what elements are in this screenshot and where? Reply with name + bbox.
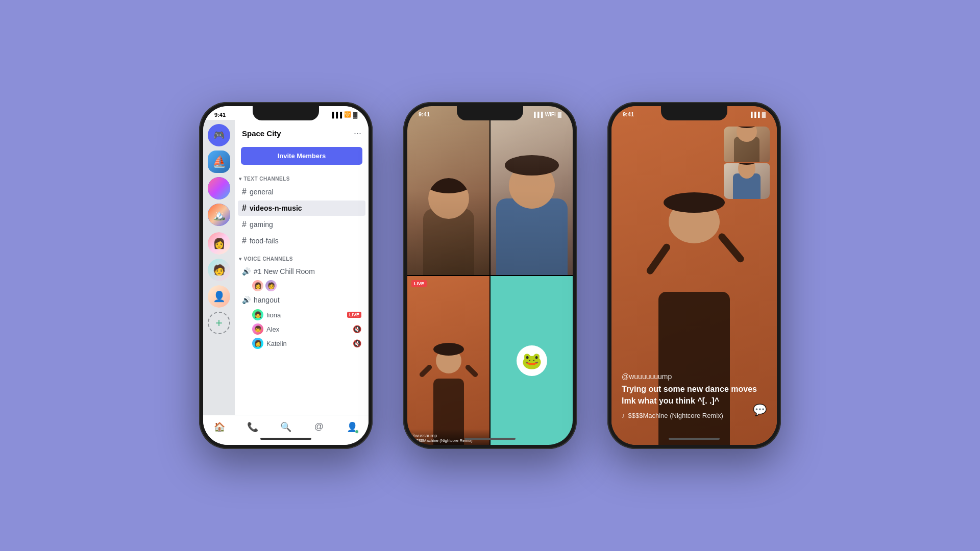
phone-1: 9:41 ▐▐▐ 🛜 ▓ 🎮: [199, 102, 373, 449]
voice-channel-1-members: 👩 🧑: [238, 279, 365, 292]
discord-body: 🎮 ⛵ 🏔️: [203, 120, 369, 415]
main-arm-right: [717, 232, 746, 264]
status-icons-1: ▐▐▐ 🛜 ▓: [330, 111, 357, 118]
pip-cell-2[interactable]: [724, 163, 770, 199]
voice-channel-chill-room[interactable]: 🔊 #1 New Chill Room: [238, 264, 365, 279]
music-icon: ♪: [410, 438, 412, 443]
bottom-tab-bar: 🏠 📞 🔍 @ 👤: [203, 415, 369, 445]
main-hair: [664, 192, 725, 213]
more-options-button[interactable]: ···: [354, 128, 361, 139]
sidebar-avatar-face-2: 🧑: [208, 259, 230, 281]
arm-right: [464, 364, 478, 378]
voice-channels-header[interactable]: VOICE CHANNELS: [235, 249, 369, 264]
text-channels-header[interactable]: TEXT CHANNELS: [235, 169, 369, 184]
main-head: [669, 200, 720, 243]
pip-container: [724, 127, 770, 199]
hash-icon-general: #: [242, 187, 247, 196]
tab-search[interactable]: 🔍: [270, 419, 303, 435]
voice-channel-name-2: hangout: [254, 296, 280, 304]
main-body: [658, 292, 730, 445]
sidebar-avatar-3[interactable]: 👤: [208, 285, 230, 308]
status-icons-2: ▐▐▐ WiFi ▓: [532, 112, 561, 117]
sidebar-avatar-1[interactable]: 👩: [208, 232, 230, 255]
sidebar-avatar-2[interactable]: 🧑: [208, 259, 230, 281]
hash-icon-videos: #: [242, 204, 247, 213]
overlay-2: [491, 106, 573, 275]
server-sidebar: 🎮 ⛵ 🏔️: [203, 120, 235, 415]
pip-cell-1[interactable]: [724, 127, 770, 162]
add-server-button[interactable]: +: [208, 312, 230, 334]
frog-emoji: 🐸: [522, 351, 542, 370]
voice-channel-hangout[interactable]: 🔊 hangout: [238, 293, 365, 307]
channel-food-fails[interactable]: # food-fails: [238, 233, 365, 248]
phone-3-screen: 9:41 ▐▐▐ ▓: [611, 106, 777, 445]
sailboat-icon: ⛵: [212, 155, 226, 168]
channel-general[interactable]: # general: [238, 184, 365, 199]
phone-3-notch: [661, 106, 727, 120]
vc1-member-avatar-1: 👩: [252, 280, 263, 291]
video-caption-3: @wussaump ♪ $$$$Machine (Nightcore Remix…: [407, 429, 489, 445]
arm-left: [418, 364, 432, 378]
home-tab-icon: 🏠: [214, 421, 225, 433]
wifi-icon: 🛜: [344, 111, 351, 118]
music-note-icon: ♪: [622, 412, 625, 419]
channel-name-food: food-fails: [250, 237, 279, 245]
frog-avatar: 🐸: [517, 345, 547, 376]
channel-videos-n-music[interactable]: # videos-n-music: [238, 201, 365, 216]
phone-1-screen: 9:41 ▐▐▐ 🛜 ▓ 🎮: [203, 106, 369, 445]
hash-icon-food: #: [242, 236, 247, 245]
video-cell-1[interactable]: [407, 106, 489, 275]
server-icon-2[interactable]: [208, 177, 230, 199]
battery-icon-2: ▓: [558, 112, 561, 117]
video-cell-4[interactable]: 🐸: [491, 276, 573, 445]
dancer-hair: [433, 343, 464, 356]
phone-2-notch: [457, 106, 523, 120]
tab-mention[interactable]: @: [302, 419, 335, 435]
home-indicator-3: [669, 438, 720, 440]
speaker-icon-1: 🔊: [242, 267, 251, 276]
video-cell-2[interactable]: [491, 106, 573, 275]
fiona-avatar: 👧: [252, 309, 263, 320]
channel-name-videos: videos-n-music: [250, 204, 302, 212]
pip-person-1: [729, 127, 765, 162]
tab-profile[interactable]: 👤: [335, 419, 369, 435]
wifi-icon-2: WiFi: [545, 112, 556, 117]
phone-2-screen: 9:41 ▐▐▐ WiFi ▓: [407, 106, 573, 445]
tab-phone[interactable]: 📞: [236, 419, 270, 435]
channel-name-general: general: [250, 188, 274, 196]
home-indicator-2: [464, 438, 516, 440]
profile-tab-icon: 👤: [347, 421, 358, 433]
main-arm-left: [645, 242, 672, 276]
video-cell-3[interactable]: LIVE @wussaump: [407, 276, 489, 445]
server-name: Space City: [242, 129, 281, 138]
hash-icon-gaming: #: [242, 220, 247, 229]
server-avatar-3: 🏔️: [208, 204, 230, 226]
sidebar-avatar-face-3: 👤: [208, 285, 230, 308]
server-avatar-2: [208, 177, 230, 199]
invite-members-button[interactable]: Invite Members: [241, 147, 362, 165]
channel-header: Space City ···: [235, 120, 369, 143]
fullscreen-info: @wuuuuuuump Trying out some new dance mo…: [622, 372, 767, 419]
dancer-head: [436, 348, 461, 373]
plus-icon: +: [215, 316, 223, 330]
vc2-member-fiona[interactable]: 👧 fiona LIVE: [238, 308, 365, 322]
server-icon-spacecity[interactable]: ⛵: [208, 151, 230, 173]
vc2-member-alex[interactable]: 👦 Alex 🔇: [238, 322, 365, 336]
channel-gaming[interactable]: # gaming: [238, 217, 365, 232]
phone-tab-icon: 📞: [247, 421, 258, 433]
alex-muted-icon: 🔇: [353, 325, 361, 333]
server-icon-3[interactable]: 🏔️: [208, 204, 230, 226]
fiona-name: fiona: [266, 311, 344, 319]
voice-channel-name-1: #1 New Chill Room: [254, 267, 315, 276]
pip-hair-2: [736, 163, 757, 165]
song-title: $$$$Machine (Nightcore Remix): [628, 412, 723, 419]
tab-home[interactable]: 🏠: [203, 419, 236, 435]
status-icons-3: ▐▐▐ ▓: [749, 112, 766, 117]
time-2: 9:41: [419, 111, 430, 117]
vc2-member-katelin[interactable]: 👩 Katelin 🔇: [238, 336, 365, 350]
discord-home-icon[interactable]: 🎮: [208, 124, 230, 146]
chat-bubble-button[interactable]: 💬: [753, 404, 767, 417]
katelin-name: Katelin: [266, 340, 350, 347]
discord-logo: 🎮: [213, 130, 225, 141]
overlay-1: [407, 106, 489, 275]
